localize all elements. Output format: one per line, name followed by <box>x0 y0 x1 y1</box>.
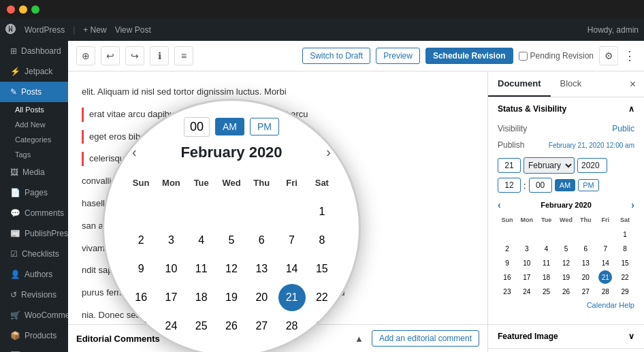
adminbar-wordpress[interactable]: WordPress <box>25 25 65 35</box>
undo-btn[interactable]: ↩ <box>101 46 120 65</box>
mini-day-24[interactable]: 24 <box>520 285 534 298</box>
panel-close-btn[interactable]: × <box>622 73 644 96</box>
mag-cal-day-19[interactable]: 19 <box>218 284 245 311</box>
mag-cal-day-2[interactable]: 2 <box>127 227 155 254</box>
mag-cal-day-5[interactable]: 5 <box>218 227 245 254</box>
mag-pm-button[interactable]: PM <box>250 118 279 135</box>
mini-day-18[interactable]: 18 <box>540 270 553 284</box>
mag-cal-day-15[interactable]: 15 <box>308 255 336 283</box>
maximize-btn[interactable] <box>31 5 39 14</box>
mag-am-button[interactable]: AM <box>215 118 244 135</box>
mag-cal-day-20[interactable]: 20 <box>248 284 275 311</box>
sidebar-sub-tags[interactable]: Tags <box>0 147 68 162</box>
mag-cal-day-26[interactable]: 26 <box>218 313 245 340</box>
editor-content[interactable]: elit. Aliquam id nisl sed tortor digniss… <box>68 71 487 352</box>
mini-day-25[interactable]: 25 <box>540 285 553 298</box>
wp-logo[interactable]: 🅦 <box>5 24 16 36</box>
mini-next-btn[interactable]: › <box>631 199 634 210</box>
adminbar-viewpost[interactable]: View Post <box>115 25 151 35</box>
mag-cal-day-27[interactable]: 27 <box>248 313 275 340</box>
close-btn[interactable] <box>7 5 15 14</box>
sidebar-item-analytics[interactable]: 📊 Analytics <box>0 346 68 352</box>
mini-day-6[interactable]: 6 <box>579 242 592 255</box>
mini-day-12[interactable]: 12 <box>559 256 573 270</box>
excerpt-section[interactable]: Excerpt ∨ <box>488 349 644 352</box>
block-nav-btn[interactable]: ≡ <box>174 46 193 65</box>
mag-cal-day-28[interactable]: 28 <box>278 313 306 340</box>
mini-day-23[interactable]: 23 <box>500 285 514 298</box>
am-button[interactable]: AM <box>555 179 576 191</box>
month-select[interactable]: February January March <box>524 157 575 174</box>
sidebar-item-posts[interactable]: ✎ Posts <box>0 82 68 102</box>
adminbar-new[interactable]: + New <box>83 25 106 35</box>
mini-day-26[interactable]: 26 <box>559 285 573 298</box>
mag-cal-day-9[interactable]: 9 <box>127 255 155 283</box>
sidebar-sub-categories[interactable]: Categories <box>0 132 68 147</box>
publish-value[interactable]: February 21, 2020 12:00 am <box>549 142 634 149</box>
status-visibility-header[interactable]: Status & Visibility ∧ <box>488 97 644 121</box>
redo-btn[interactable]: ↪ <box>125 46 144 65</box>
sidebar-item-jetpack[interactable]: ⚡ Jetpack <box>0 61 68 82</box>
sidebar-sub-allposts[interactable]: All Posts <box>0 102 68 117</box>
schedule-button[interactable]: Schedule Revision <box>425 48 513 64</box>
mag-cal-day-8[interactable]: 8 <box>308 227 336 254</box>
mag-cal-day-4[interactable]: 4 <box>188 227 215 254</box>
mini-day-1[interactable]: 1 <box>618 227 632 241</box>
tab-document[interactable]: Document <box>488 71 551 97</box>
mag-cal-day-10[interactable]: 10 <box>157 255 184 283</box>
mini-day-17[interactable]: 17 <box>520 270 534 284</box>
minimize-btn[interactable] <box>19 5 27 14</box>
mini-day-7[interactable]: 7 <box>598 242 612 255</box>
mag-cal-day-3[interactable]: 3 <box>157 227 184 254</box>
pending-revision-checkbox[interactable] <box>519 52 528 61</box>
mini-day-22[interactable]: 22 <box>618 270 632 284</box>
mag-cal-day-11[interactable]: 11 <box>188 255 215 283</box>
mini-day-19[interactable]: 19 <box>559 270 573 284</box>
calendar-help-link[interactable]: Calendar Help <box>498 298 634 312</box>
add-block-btn[interactable]: ⊕ <box>76 46 95 65</box>
mag-cal-day-13[interactable]: 13 <box>248 255 275 283</box>
pm-button[interactable]: PM <box>578 179 599 191</box>
sidebar-item-products[interactable]: 📦 Products <box>0 325 68 346</box>
mini-day-20[interactable]: 20 <box>579 270 592 284</box>
mag-cal-day-24[interactable]: 24 <box>157 313 184 340</box>
visibility-value[interactable]: Public <box>612 124 634 133</box>
mini-day-8[interactable]: 8 <box>618 242 632 255</box>
mini-prev-btn[interactable]: ‹ <box>498 199 501 210</box>
sidebar-item-comments[interactable]: 💬 Comments <box>0 203 68 223</box>
mag-cal-day-18[interactable]: 18 <box>188 284 215 311</box>
mini-day-14[interactable]: 14 <box>598 256 612 270</box>
editorial-expand-icon[interactable]: ▲ <box>355 334 364 344</box>
sidebar-item-woocommerce[interactable]: 🛒 WooCommerce <box>0 305 68 325</box>
mini-day-3[interactable]: 3 <box>520 242 534 255</box>
mini-day-28[interactable]: 28 <box>598 285 612 298</box>
mag-cal-day-16[interactable]: 16 <box>127 284 155 311</box>
mini-day-29[interactable]: 29 <box>618 285 632 298</box>
mini-day-5[interactable]: 5 <box>559 242 573 255</box>
sidebar-item-dashboard[interactable]: ⊞ Dashboard <box>0 41 68 61</box>
mini-day-13[interactable]: 13 <box>579 256 592 270</box>
sidebar-item-checklists[interactable]: ☑ Checklists <box>0 244 68 264</box>
mini-day-10[interactable]: 10 <box>520 256 534 270</box>
day-input[interactable] <box>498 158 521 173</box>
mini-day-11[interactable]: 11 <box>540 256 553 270</box>
year-input[interactable] <box>577 158 607 173</box>
sidebar-item-authors[interactable]: 👤 Authors <box>0 264 68 285</box>
preview-button[interactable]: Preview <box>376 48 420 64</box>
mag-cal-day-7[interactable]: 7 <box>278 227 306 254</box>
mag-cal-day-1[interactable]: 1 <box>308 198 336 225</box>
mini-day-15[interactable]: 15 <box>618 256 632 270</box>
mini-day-9[interactable]: 9 <box>500 256 514 270</box>
more-button[interactable]: ⋮ <box>624 48 636 63</box>
sidebar-item-media[interactable]: 🖼 Media <box>0 162 68 182</box>
mag-cal-day-17[interactable]: 17 <box>157 284 184 311</box>
info-btn[interactable]: ℹ <box>150 46 169 65</box>
mini-day-21[interactable]: 21 <box>598 270 612 284</box>
sidebar-item-pages[interactable]: 📄 Pages <box>0 182 68 203</box>
mag-cal-day-12[interactable]: 12 <box>218 255 245 283</box>
mini-day-27[interactable]: 27 <box>579 285 592 298</box>
gear-button[interactable]: ⚙ <box>599 46 618 65</box>
mag-cal-day-14[interactable]: 14 <box>278 255 306 283</box>
hour-input[interactable] <box>498 178 521 193</box>
mag-cal-day-6[interactable]: 6 <box>248 227 275 254</box>
